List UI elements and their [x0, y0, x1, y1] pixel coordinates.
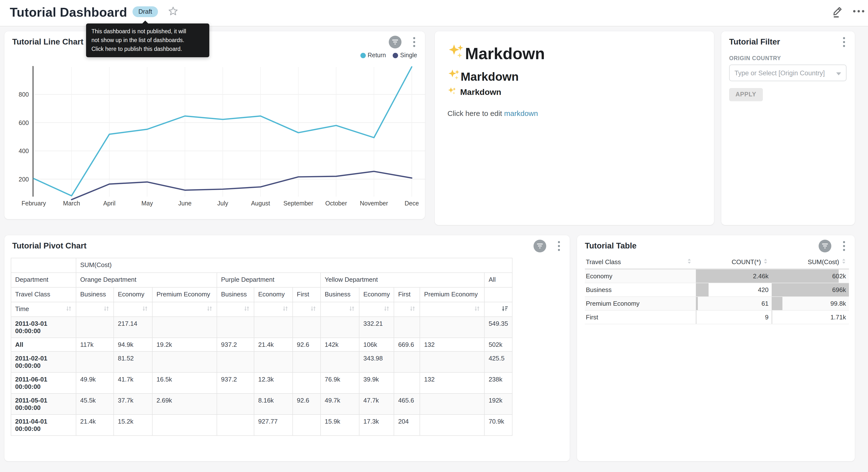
markdown-paragraph-text: Click here to edit: [447, 109, 504, 117]
table-card-title: Tutorial Table: [585, 241, 637, 250]
pivot-measure-label: SUM(Cost): [76, 258, 512, 273]
pivot-value-cell: 49.9k: [76, 373, 114, 393]
svg-text:June: June: [178, 200, 191, 207]
pivot-sort-header[interactable]: [114, 302, 152, 317]
pivot-value-cell: 15.2k: [114, 415, 152, 436]
pivot-value-cell: 937.2: [217, 338, 254, 351]
filter-kebab-menu-icon[interactable]: [840, 36, 848, 48]
pivot-sort-header[interactable]: [359, 302, 394, 317]
pivot-sort-header[interactable]: [152, 302, 217, 317]
origin-country-label: ORIGIN COUNTRY: [729, 55, 781, 61]
pivot-value-cell: 47.7k: [359, 393, 394, 415]
pivot-value-cell: 192k: [484, 393, 512, 415]
pivot-sort-header[interactable]: [76, 302, 114, 317]
column-header-label: COUNT(*): [732, 258, 761, 266]
pivot-value-cell: 15.9k: [320, 415, 359, 436]
pivot-value-cell: 17.3k: [359, 415, 394, 436]
count-cell: 420: [696, 283, 771, 296]
legend-dot: [360, 53, 366, 58]
sort-caret-icon: [687, 258, 691, 266]
pivot-value-cell: 549.35: [484, 317, 512, 338]
pivot-column-header: Economy: [254, 287, 293, 302]
pivot-column-header: Economy: [359, 287, 394, 302]
filter-indicator-icon[interactable]: [818, 240, 831, 253]
pivot-value-cell: [394, 373, 420, 393]
legend-item-single[interactable]: Single: [393, 52, 417, 59]
column-header-sum-cost-[interactable]: SUM(Cost): [771, 255, 849, 268]
origin-country-select[interactable]: Type or Select [Origin Country]: [729, 65, 846, 81]
svg-text:800: 800: [19, 91, 29, 98]
pivot-value-cell: 343.98: [359, 351, 394, 373]
table-row: Premium Economy6199.8k: [585, 297, 849, 311]
column-header-travel-class[interactable]: Travel Class: [585, 255, 694, 268]
pivot-table: SUM(Cost)DepartmentOrange DepartmentPurp…: [11, 258, 513, 436]
apply-button[interactable]: APPLY: [729, 88, 763, 101]
svg-text:April: April: [103, 200, 115, 207]
svg-text:February: February: [22, 200, 46, 207]
pivot-value-cell: [152, 415, 217, 436]
svg-text:November: November: [360, 200, 388, 207]
pivot-value-cell: [217, 415, 254, 436]
markdown-edit-link[interactable]: markdown: [504, 109, 538, 117]
filter-indicator-icon[interactable]: [389, 36, 401, 49]
chart-legend: ReturnSingle: [360, 52, 417, 59]
markdown-heading-2: Markdown: [447, 68, 519, 85]
pivot-value-cell: 16.5k: [152, 373, 217, 393]
favorite-star-icon[interactable]: [168, 6, 180, 18]
filter-indicator-icon[interactable]: [533, 240, 546, 253]
pivot-chart-card: Tutorial Pivot Chart SUM(Cost)Department…: [4, 235, 570, 461]
markdown-heading-1: Markdown: [447, 43, 545, 65]
chart-kebab-menu-icon[interactable]: [555, 240, 563, 252]
pivot-sort-header[interactable]: [217, 302, 254, 317]
pivot-value-cell: [293, 415, 320, 436]
column-header-count-[interactable]: COUNT(*): [694, 255, 771, 268]
pivot-sort-header[interactable]: [320, 302, 359, 317]
tooltip-arrow: [142, 21, 149, 24]
pivot-value-cell: 8.16k: [254, 393, 293, 415]
pivot-time-sort-header[interactable]: Time: [11, 302, 76, 317]
pivot-value-cell: 70.9k: [484, 415, 512, 436]
pivot-value-cell: [420, 393, 484, 415]
line-chart-plot[interactable]: 200400600800FebruaryMarchAprilMayJuneJul…: [4, 59, 425, 219]
pivot-row-label: 2011-02-01 00:00:00: [11, 351, 76, 373]
select-placeholder: Type or Select [Origin Country]: [735, 69, 836, 77]
sum-cell: 99.8k: [771, 297, 849, 310]
sort-caret-icon: [763, 258, 768, 266]
pivot-value-cell: [217, 317, 254, 338]
pivot-sort-header-active[interactable]: [484, 302, 512, 317]
table-row: First91.71k: [585, 311, 849, 324]
pivot-value-cell: 204: [394, 415, 420, 436]
pivot-value-cell: [152, 317, 217, 338]
pivot-column-header: First: [293, 287, 320, 302]
legend-item-return[interactable]: Return: [360, 52, 386, 59]
travel-class-cell: First: [585, 311, 696, 324]
pivot-sort-header[interactable]: [254, 302, 293, 317]
pivot-value-cell: 45.5k: [76, 393, 114, 415]
sum-cell: 602k: [771, 269, 849, 283]
status-badge[interactable]: Draft: [132, 6, 158, 17]
filter-card-title: Tutorial Filter: [729, 37, 780, 47]
pivot-value-cell: 12.3k: [254, 373, 293, 393]
count-cell: 2.46k: [696, 269, 771, 283]
pivot-row-label: 2011-03-01 00:00:00: [11, 317, 76, 338]
pivot-row-label: All: [11, 338, 76, 351]
pivot-column-header: Premium Economy: [152, 287, 217, 302]
pivot-value-cell: 117k: [76, 338, 114, 351]
more-options-ellipsis-icon[interactable]: [852, 6, 865, 17]
pivot-value-cell: 132: [420, 338, 484, 351]
pivot-sort-header[interactable]: [420, 302, 484, 317]
pivot-value-cell: 2.69k: [152, 393, 217, 415]
pivot-value-cell: 106k: [359, 338, 394, 351]
edit-pencil-icon[interactable]: [831, 4, 844, 18]
pivot-value-cell: 927.77: [254, 415, 293, 436]
sort-caret-icon: [842, 258, 846, 266]
count-cell: 9: [696, 311, 771, 324]
svg-text:400: 400: [19, 147, 29, 154]
pivot-value-cell: [320, 351, 359, 373]
chart-kebab-menu-icon[interactable]: [840, 240, 848, 252]
pivot-column-header: Business: [76, 287, 114, 302]
pivot-sort-header[interactable]: [293, 302, 320, 317]
pivot-sort-header[interactable]: [394, 302, 420, 317]
table-row: Business420696k: [585, 283, 849, 297]
chart-kebab-menu-icon[interactable]: [410, 36, 418, 48]
